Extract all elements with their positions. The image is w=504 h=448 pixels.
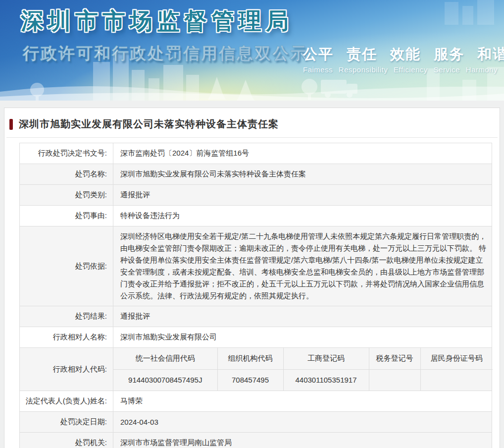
- table-row-legal-representative: 法定代表人(负责人)姓名: 马博荣: [20, 391, 492, 412]
- row-label: 处罚机关:: [20, 433, 113, 448]
- codes-header: 税务登记号: [369, 348, 420, 369]
- codes-value: [369, 369, 420, 391]
- codes-value: 91440300708457495J: [113, 369, 217, 391]
- divider: [6, 137, 498, 138]
- site-subtitle: 行政许可和行政处罚信用信息双公示: [23, 43, 308, 65]
- table-row-decision-date: 处罚决定日期: 2024-04-03: [20, 412, 492, 433]
- page-title: 深圳市旭勤实业发展有限公司未落实特种设备主体责任案: [19, 117, 279, 131]
- party-codes-cell: 统一社会信用代码 组织机构代码 工商登记码 税务登记号 居民身份证号码 9144…: [113, 348, 492, 391]
- row-value: 2024-04-03: [113, 412, 492, 433]
- case-header: 深圳市旭勤实业发展有限公司未落实特种设备主体责任案: [9, 117, 495, 131]
- table-row-penalty-result: 处罚结果: 通报批评: [20, 306, 492, 327]
- row-value: 特种设备违法行为: [113, 206, 492, 226]
- row-label: 行政相对人代码:: [20, 348, 113, 391]
- codes-header: 统一社会信用代码: [113, 348, 217, 369]
- row-label: 法定代表人(负责人)姓名:: [20, 391, 113, 412]
- table-row-decision-number: 行政处罚决定书文号: 深市监南处罚〔2024〕前海监管组16号: [20, 143, 492, 164]
- table-row-penalty-cause: 处罚事由: 特种设备违法行为: [20, 206, 492, 226]
- row-label: 处罚类别:: [20, 185, 113, 206]
- motto-english: Faimess Responsibility Efficiency Servic…: [303, 65, 491, 74]
- penalty-info-table: 行政处罚决定书文号: 深市监南处罚〔2024〕前海监管组16号 处罚名称: 深圳…: [19, 143, 492, 448]
- motto-chinese: 公平 责任 效能 服务 和谐: [303, 45, 491, 64]
- buildings-top-right: [440, 0, 504, 25]
- site-title: 深圳市市场监督管理局: [21, 6, 293, 37]
- codes-value: 708457495: [217, 369, 283, 391]
- table-row-penalty-basis: 处罚依据: 深圳经济特区电梯使用安全若干规定/第二十九条电梯使用管理人未依照本规…: [20, 226, 492, 306]
- row-value: 通报批评: [113, 185, 492, 206]
- row-value: 深圳市旭勤实业发展有限公司未落实特种设备主体责任案: [113, 164, 492, 185]
- codes-value: 440301105351917: [283, 369, 369, 391]
- row-label: 处罚结果:: [20, 306, 113, 327]
- row-label: 处罚事由:: [20, 206, 113, 226]
- table-row-party-codes: 行政相对人代码: 统一社会信用代码 组织机构代码 工: [20, 348, 492, 391]
- table-row-penalty-category: 处罚类别: 通报批评: [20, 185, 492, 206]
- row-label: 处罚决定日期:: [20, 412, 113, 433]
- row-value: 马博荣: [113, 391, 492, 412]
- motto-block: 公平 责任 效能 服务 和谐 Faimess Responsibility Ef…: [303, 45, 491, 74]
- codes-header-row: 统一社会信用代码 组织机构代码 工商登记码 税务登记号 居民身份证号码: [113, 348, 493, 369]
- party-codes-table: 统一社会信用代码 组织机构代码 工商登记码 税务登记号 居民身份证号码 9144…: [113, 348, 493, 391]
- row-value: 通报批评: [113, 306, 492, 327]
- title-accent-bar: [9, 119, 13, 130]
- row-label: 行政处罚决定书文号:: [20, 143, 113, 164]
- codes-header: 工商登记码: [283, 348, 369, 369]
- codes-header: 居民身份证号码: [420, 348, 493, 369]
- site-banner: 深圳市市场监督管理局 行政许可和行政处罚信用信息双公示 公平 责任 效能 服务 …: [0, 0, 504, 101]
- codes-header: 组织机构代码: [217, 348, 283, 369]
- row-value: 深圳经济特区电梯使用安全若干规定/第二十九条电梯使用管理人未依照本规定第六条规定…: [113, 226, 492, 306]
- row-label: 处罚依据:: [20, 226, 113, 306]
- page: 深圳市市场监督管理局 行政许可和行政处罚信用信息双公示 公平 责任 效能 服务 …: [0, 0, 504, 448]
- table-row-penalty-authority: 处罚机关: 深圳市市场监督管理局南山监管局: [20, 433, 492, 448]
- row-value: 深圳市市场监督管理局南山监管局: [113, 433, 492, 448]
- row-value: 深圳市旭勤实业发展有限公司: [113, 327, 492, 348]
- row-value: 深市监南处罚〔2024〕前海监管组16号: [113, 143, 492, 164]
- codes-value-row: 91440300708457495J 708457495 44030110535…: [113, 369, 493, 391]
- table-row-party-name: 行政相对人名称: 深圳市旭勤实业发展有限公司: [20, 327, 492, 348]
- content-panel: 深圳市旭勤实业发展有限公司未落实特种设备主体责任案 行政处罚决定书文号: 深市监…: [4, 108, 500, 448]
- codes-value: [420, 369, 493, 391]
- table-row-penalty-name: 处罚名称: 深圳市旭勤实业发展有限公司未落实特种设备主体责任案: [20, 164, 492, 185]
- row-label: 处罚名称:: [20, 164, 113, 185]
- row-label: 行政相对人名称:: [20, 327, 113, 348]
